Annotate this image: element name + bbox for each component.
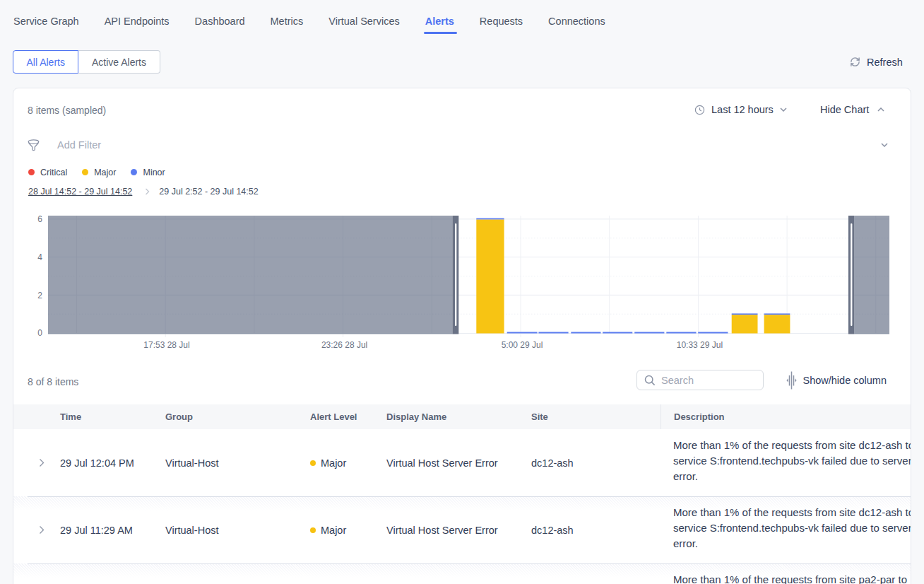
svg-text:5:00 29 Jul: 5:00 29 Jul: [502, 340, 543, 350]
svg-text:0: 0: [37, 328, 42, 338]
svg-text:6: 6: [37, 214, 42, 224]
svg-text:4: 4: [37, 252, 42, 262]
svg-text:17:53 28 Jul: 17:53 28 Jul: [143, 340, 189, 350]
svg-text:2: 2: [37, 291, 42, 300]
svg-text:23:26 28 Jul: 23:26 28 Jul: [321, 340, 367, 350]
svg-text:10:33 29 Jul: 10:33 29 Jul: [677, 340, 723, 350]
